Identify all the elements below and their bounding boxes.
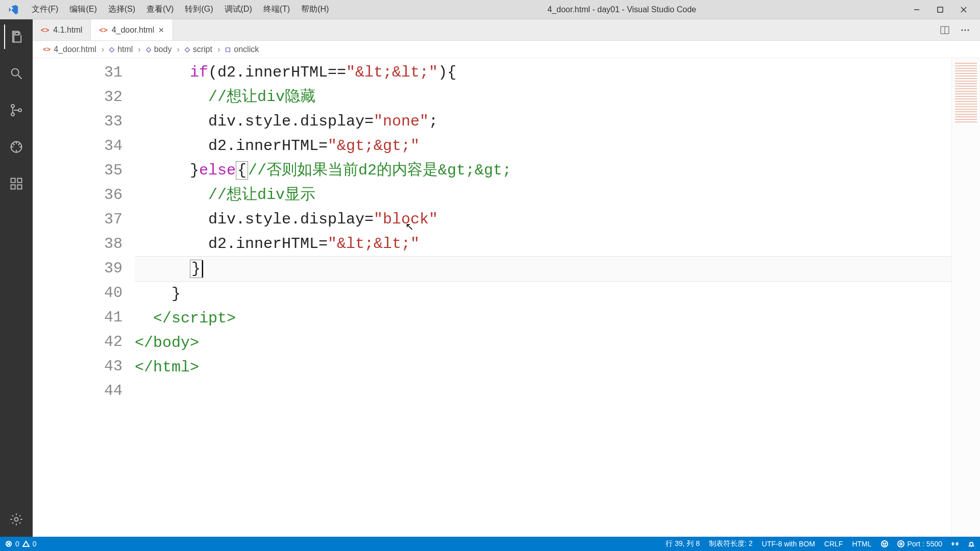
breadcrumb-item[interactable]: html <box>117 45 133 54</box>
breadcrumb[interactable]: <>4_door.html › ◇html › ◇body › ◇script … <box>33 41 980 58</box>
breadcrumb-item[interactable]: body <box>154 45 172 54</box>
svg-point-26 <box>898 541 904 547</box>
status-language[interactable]: HTML <box>852 540 871 548</box>
svg-point-25 <box>885 543 886 544</box>
status-liveserver-port[interactable]: Port : 5500 <box>897 540 943 548</box>
code-line[interactable]: </script> <box>135 306 951 331</box>
menu-edit[interactable]: 编辑(E) <box>64 1 102 18</box>
chevron-right-icon: › <box>177 45 179 54</box>
code-line[interactable]: </html> <box>135 355 951 380</box>
status-feedback-icon[interactable] <box>881 540 888 547</box>
close-icon[interactable]: ✕ <box>158 26 164 34</box>
menu-file[interactable]: 文件(F) <box>27 1 63 18</box>
svg-point-7 <box>11 113 14 116</box>
status-problems[interactable]: 0 0 <box>5 540 37 548</box>
status-golive-icon[interactable] <box>951 540 959 547</box>
code-line[interactable]: div.style.display="block" <box>135 207 951 232</box>
maximize-button[interactable] <box>933 3 947 17</box>
code-editor[interactable]: if(d2.innerHTML=="&lt;&lt;"){ //想让div隐藏 … <box>135 58 951 537</box>
menu-goto[interactable]: 转到(G) <box>180 1 218 18</box>
tab-label: 4_door.html <box>112 26 155 35</box>
svg-line-5 <box>18 76 22 79</box>
code-line[interactable] <box>135 380 951 404</box>
title-bar: 文件(F) 编辑(E) 选择(S) 查看(V) 转到(G) 调试(D) 终端(T… <box>0 0 980 19</box>
editor-body[interactable]: 3132333435363738394041424344 if(d2.inner… <box>33 58 980 537</box>
html-file-icon: <> <box>99 26 107 34</box>
code-line[interactable]: d2.innerHTML="&lt;&lt;" <box>135 232 951 256</box>
tab-label: 4.1.html <box>53 26 82 35</box>
line-number: 36 <box>33 183 122 207</box>
menu-help[interactable]: 帮助(H) <box>296 1 334 18</box>
code-line[interactable]: } <box>135 282 951 306</box>
code-line[interactable]: } <box>135 256 951 282</box>
code-line[interactable]: div.style.display="none"; <box>135 109 951 134</box>
svg-point-27 <box>900 543 902 545</box>
code-line[interactable]: if(d2.innerHTML=="&lt;&lt;"){ <box>135 60 951 85</box>
line-number: 38 <box>33 232 122 256</box>
svg-point-6 <box>11 105 14 108</box>
menu-select[interactable]: 选择(S) <box>103 1 140 18</box>
line-number: 31 <box>33 60 122 85</box>
status-bell-icon[interactable] <box>968 540 975 547</box>
svg-rect-1 <box>938 7 943 12</box>
close-button[interactable] <box>957 3 971 17</box>
svg-point-24 <box>883 543 884 544</box>
explorer-icon[interactable] <box>4 24 29 49</box>
svg-point-18 <box>964 29 966 31</box>
menu-view[interactable]: 查看(V) <box>141 1 179 18</box>
minimize-button[interactable] <box>910 3 924 17</box>
code-line[interactable]: //想让div隐藏 <box>135 85 951 109</box>
html-file-icon: <> <box>43 45 51 53</box>
svg-point-19 <box>967 29 969 31</box>
extensions-icon[interactable] <box>4 171 29 196</box>
breadcrumb-item[interactable]: script <box>193 45 212 54</box>
line-number: 35 <box>33 158 122 183</box>
line-number: 34 <box>33 134 122 158</box>
code-line[interactable]: //想让div显示 <box>135 183 951 207</box>
status-bar: 0 0 行 39, 列 8 制表符长度: 2 UTF-8 with BOM CR… <box>0 537 980 551</box>
svg-point-14 <box>15 518 18 521</box>
status-cursor[interactable]: 行 39, 列 8 <box>666 539 700 548</box>
line-number: 32 <box>33 85 122 109</box>
tab-4-door-html[interactable]: <> 4_door.html ✕ <box>91 19 173 40</box>
menu-bar: 文件(F) 编辑(E) 选择(S) 查看(V) 转到(G) 调试(D) 终端(T… <box>27 1 334 18</box>
svg-rect-12 <box>11 185 15 189</box>
svg-rect-11 <box>17 179 21 183</box>
debug-icon[interactable] <box>4 135 29 159</box>
vscode-logo-icon <box>0 4 27 15</box>
menu-debug[interactable]: 调试(D) <box>219 1 257 18</box>
activity-bar <box>0 19 33 537</box>
svg-point-4 <box>12 69 19 76</box>
code-line[interactable]: }else{//否则如果当前d2的内容是&gt;&gt; <box>135 158 951 183</box>
tab-4-1-html[interactable]: <> 4.1.html <box>33 19 91 40</box>
chevron-right-icon: › <box>102 45 104 54</box>
svg-point-8 <box>18 109 21 112</box>
search-icon[interactable] <box>4 61 29 86</box>
svg-point-17 <box>961 29 963 31</box>
code-line[interactable]: d2.innerHTML="&gt;&gt;" <box>135 134 951 158</box>
svg-rect-10 <box>11 179 15 183</box>
line-number: 37 <box>33 207 122 232</box>
status-tabsize[interactable]: 制表符长度: 2 <box>709 539 753 548</box>
symbol-tag-icon: ◇ <box>146 45 151 53</box>
settings-gear-icon[interactable] <box>4 507 29 532</box>
menu-terminal[interactable]: 终端(T) <box>258 1 295 18</box>
more-actions-icon[interactable] <box>959 23 972 37</box>
status-encoding[interactable]: UTF-8 with BOM <box>762 540 815 548</box>
line-number: 39 <box>33 256 122 281</box>
breadcrumb-item[interactable]: 4_door.html <box>54 45 96 54</box>
editor-tabs: <> 4.1.html <> 4_door.html ✕ <box>33 19 980 41</box>
split-editor-icon[interactable] <box>938 23 951 37</box>
line-number: 43 <box>33 354 122 379</box>
status-eol[interactable]: CRLF <box>824 540 843 548</box>
chevron-right-icon: › <box>217 45 220 54</box>
svg-point-23 <box>881 541 888 547</box>
line-number: 40 <box>33 281 122 305</box>
breadcrumb-item[interactable]: onclick <box>234 45 259 54</box>
line-number: 41 <box>33 305 122 330</box>
chevron-right-icon: › <box>138 45 140 54</box>
source-control-icon[interactable] <box>4 98 29 122</box>
code-line[interactable]: </body> <box>135 331 951 355</box>
minimap[interactable] <box>951 58 980 537</box>
window-title: 4_door.html - day01 - Visual Studio Code <box>334 5 910 14</box>
